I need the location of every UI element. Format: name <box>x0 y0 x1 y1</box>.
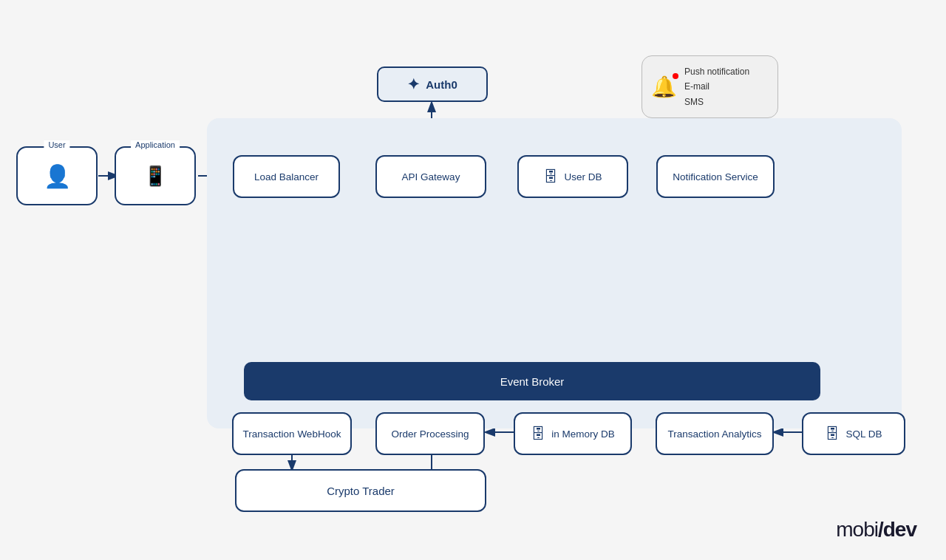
load-balancer-node: Load Balancer <box>233 155 340 198</box>
api-gateway-node: API Gateway <box>375 155 486 198</box>
event-broker-node: Event Broker <box>244 362 820 400</box>
dev-text: dev <box>883 518 916 541</box>
user-icon: 👤 <box>44 163 71 189</box>
phone-icon: 📱 <box>143 165 167 188</box>
push-label: Push notification <box>684 64 749 79</box>
auth0-star-icon: ✦ <box>407 75 420 93</box>
notification-service-node: Notification Service <box>656 155 775 198</box>
slash-text: / <box>878 518 883 541</box>
user-node: User 👤 <box>16 146 98 205</box>
user-label-tag: User <box>44 140 69 149</box>
bell-icon: 🔔 <box>651 75 677 99</box>
auth0-node: ✦ Auth0 <box>377 66 488 102</box>
email-label: E-mail <box>684 79 749 94</box>
order-processing-node: Order Processing <box>375 412 485 455</box>
application-label-tag: Application <box>131 140 180 149</box>
mobi-text: mobi <box>836 518 878 541</box>
in-memory-db-node: 🗄 in Memory DB <box>514 412 632 455</box>
inmemory-icon: 🗄 <box>531 426 545 443</box>
user-db-node: 🗄 User DB <box>517 155 628 198</box>
notification-box: 🔔 Push notification E-mail SMS <box>642 55 778 118</box>
notification-text: Push notification E-mail SMS <box>684 64 749 109</box>
crypto-trader-node: Crypto Trader <box>235 469 486 512</box>
sms-label: SMS <box>684 95 749 109</box>
transaction-analytics-node: Transaction Analytics <box>656 412 774 455</box>
transaction-webhook-node: Transaction WebHook <box>232 412 352 455</box>
userdb-icon: 🗄 <box>543 168 558 185</box>
mobidev-logo: mobi/dev <box>836 518 916 542</box>
sqldb-icon: 🗄 <box>825 426 840 443</box>
auth0-label: Auth0 <box>426 78 457 91</box>
sql-db-node: 🗄 SQL DB <box>802 412 905 455</box>
application-node: Application 📱 <box>115 146 196 205</box>
